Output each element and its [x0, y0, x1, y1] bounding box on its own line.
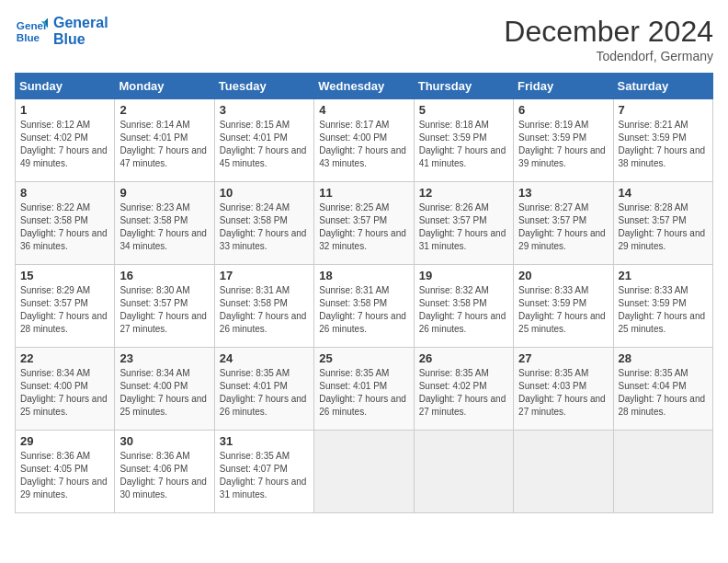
day-info: Sunrise: 8:32 AMSunset: 3:58 PMDaylight:…	[419, 284, 508, 336]
day-info: Sunrise: 8:21 AMSunset: 3:59 PMDaylight:…	[619, 119, 708, 170]
day-info: Sunrise: 8:35 AMSunset: 4:01 PMDaylight:…	[319, 367, 408, 419]
calendar-cell: 24Sunrise: 8:35 AMSunset: 4:01 PMDayligh…	[214, 348, 313, 431]
day-info: Sunrise: 8:19 AMSunset: 3:59 PMDaylight:…	[518, 119, 608, 170]
calendar-cell: 8Sunrise: 8:22 AMSunset: 3:58 PMDaylight…	[16, 182, 115, 265]
day-info: Sunrise: 8:35 AMSunset: 4:01 PMDaylight:…	[220, 367, 309, 419]
day-info: Sunrise: 8:34 AMSunset: 4:00 PMDaylight:…	[20, 367, 109, 419]
calendar-cell: 10Sunrise: 8:24 AMSunset: 3:58 PMDayligh…	[214, 182, 313, 265]
day-number: 16	[119, 269, 209, 282]
calendar-cell: 5Sunrise: 8:18 AMSunset: 3:59 PMDaylight…	[414, 99, 513, 182]
col-header-saturday: Saturday	[613, 74, 712, 99]
day-number: 6	[518, 103, 608, 117]
calendar-cell: 17Sunrise: 8:31 AMSunset: 3:58 PMDayligh…	[214, 265, 313, 348]
calendar-week-row: 1Sunrise: 8:12 AMSunset: 4:02 PMDaylight…	[16, 99, 713, 182]
col-header-monday: Monday	[115, 74, 214, 99]
day-number: 22	[20, 351, 109, 365]
calendar-cell: 15Sunrise: 8:29 AMSunset: 3:57 PMDayligh…	[16, 265, 115, 348]
calendar-week-row: 15Sunrise: 8:29 AMSunset: 3:57 PMDayligh…	[16, 265, 713, 348]
day-info: Sunrise: 8:12 AMSunset: 4:02 PMDaylight:…	[20, 119, 109, 170]
svg-text:General: General	[17, 19, 48, 31]
day-info: Sunrise: 8:27 AMSunset: 3:57 PMDaylight:…	[518, 201, 608, 253]
calendar-cell: 12Sunrise: 8:26 AMSunset: 3:57 PMDayligh…	[414, 182, 513, 265]
calendar-cell: 16Sunrise: 8:30 AMSunset: 3:57 PMDayligh…	[115, 265, 214, 348]
day-number: 13	[518, 186, 608, 200]
day-info: Sunrise: 8:14 AMSunset: 4:01 PMDaylight:…	[119, 119, 209, 170]
calendar-cell: 4Sunrise: 8:17 AMSunset: 4:00 PMDaylight…	[314, 99, 414, 182]
day-number: 31	[220, 434, 309, 448]
day-number: 21	[619, 269, 708, 282]
day-number: 10	[220, 186, 309, 200]
col-header-wednesday: Wednesday	[314, 74, 414, 99]
calendar-header-row: SundayMondayTuesdayWednesdayThursdayFrid…	[16, 74, 713, 99]
day-info: Sunrise: 8:28 AMSunset: 3:57 PMDaylight:…	[619, 201, 708, 253]
calendar-cell: 13Sunrise: 8:27 AMSunset: 3:57 PMDayligh…	[514, 182, 613, 265]
col-header-friday: Friday	[514, 74, 613, 99]
day-number: 3	[220, 103, 309, 117]
day-number: 24	[220, 351, 309, 365]
calendar-cell: 20Sunrise: 8:33 AMSunset: 3:59 PMDayligh…	[514, 265, 613, 348]
day-number: 29	[20, 434, 109, 448]
calendar-body: 1Sunrise: 8:12 AMSunset: 4:02 PMDaylight…	[16, 99, 713, 513]
calendar-cell: 19Sunrise: 8:32 AMSunset: 3:58 PMDayligh…	[414, 265, 513, 348]
day-number: 7	[619, 103, 708, 117]
day-info: Sunrise: 8:31 AMSunset: 3:58 PMDaylight:…	[220, 284, 309, 336]
day-info: Sunrise: 8:18 AMSunset: 3:59 PMDaylight:…	[419, 119, 508, 170]
day-info: Sunrise: 8:36 AMSunset: 4:05 PMDaylight:…	[20, 450, 109, 501]
day-number: 1	[20, 103, 109, 117]
day-number: 18	[319, 269, 408, 282]
day-number: 17	[220, 269, 309, 282]
location: Todendorf, Germany	[504, 49, 713, 63]
calendar-cell: 26Sunrise: 8:35 AMSunset: 4:02 PMDayligh…	[414, 348, 513, 431]
day-number: 11	[319, 186, 408, 200]
calendar-cell	[613, 431, 712, 513]
calendar-week-row: 8Sunrise: 8:22 AMSunset: 3:58 PMDaylight…	[16, 182, 713, 265]
day-info: Sunrise: 8:31 AMSunset: 3:58 PMDaylight:…	[319, 284, 408, 336]
day-number: 4	[319, 103, 408, 117]
calendar-week-row: 29Sunrise: 8:36 AMSunset: 4:05 PMDayligh…	[16, 431, 713, 513]
day-number: 27	[518, 351, 608, 365]
calendar-cell: 27Sunrise: 8:35 AMSunset: 4:03 PMDayligh…	[514, 348, 613, 431]
day-info: Sunrise: 8:35 AMSunset: 4:04 PMDaylight:…	[619, 367, 708, 419]
day-info: Sunrise: 8:33 AMSunset: 3:59 PMDaylight:…	[619, 284, 708, 336]
day-number: 30	[119, 434, 209, 448]
day-number: 12	[419, 186, 508, 200]
calendar-cell: 14Sunrise: 8:28 AMSunset: 3:57 PMDayligh…	[613, 182, 712, 265]
calendar-cell	[314, 431, 414, 513]
day-info: Sunrise: 8:33 AMSunset: 3:59 PMDaylight:…	[518, 284, 608, 336]
calendar-cell: 29Sunrise: 8:36 AMSunset: 4:05 PMDayligh…	[16, 431, 115, 513]
logo-line2: Blue	[53, 31, 108, 48]
day-info: Sunrise: 8:25 AMSunset: 3:57 PMDaylight:…	[319, 201, 408, 253]
day-number: 15	[20, 269, 109, 282]
calendar-cell: 3Sunrise: 8:15 AMSunset: 4:01 PMDaylight…	[214, 99, 313, 182]
day-info: Sunrise: 8:26 AMSunset: 3:57 PMDaylight:…	[419, 201, 508, 253]
day-info: Sunrise: 8:34 AMSunset: 4:00 PMDaylight:…	[119, 367, 209, 419]
day-info: Sunrise: 8:36 AMSunset: 4:06 PMDaylight:…	[119, 450, 209, 501]
calendar-table: SundayMondayTuesdayWednesdayThursdayFrid…	[15, 73, 713, 513]
day-info: Sunrise: 8:22 AMSunset: 3:58 PMDaylight:…	[20, 201, 109, 253]
day-info: Sunrise: 8:30 AMSunset: 3:57 PMDaylight:…	[119, 284, 209, 336]
calendar-cell: 7Sunrise: 8:21 AMSunset: 3:59 PMDaylight…	[613, 99, 712, 182]
calendar-cell	[514, 431, 613, 513]
day-info: Sunrise: 8:35 AMSunset: 4:02 PMDaylight:…	[419, 367, 508, 419]
calendar-cell: 9Sunrise: 8:23 AMSunset: 3:58 PMDaylight…	[115, 182, 214, 265]
day-number: 26	[419, 351, 508, 365]
day-info: Sunrise: 8:35 AMSunset: 4:07 PMDaylight:…	[220, 450, 309, 501]
month-title: December 2024	[504, 15, 713, 49]
day-info: Sunrise: 8:23 AMSunset: 3:58 PMDaylight:…	[119, 201, 209, 253]
calendar-cell: 6Sunrise: 8:19 AMSunset: 3:59 PMDaylight…	[514, 99, 613, 182]
day-number: 14	[619, 186, 708, 200]
logo-line1: General	[53, 15, 108, 31]
calendar-cell: 22Sunrise: 8:34 AMSunset: 4:00 PMDayligh…	[16, 348, 115, 431]
logo: General Blue General Blue	[15, 15, 108, 48]
page-header: General Blue General Blue December 2024 …	[15, 15, 713, 63]
calendar-cell	[414, 431, 513, 513]
calendar-cell: 23Sunrise: 8:34 AMSunset: 4:00 PMDayligh…	[115, 348, 214, 431]
day-number: 25	[319, 351, 408, 365]
day-number: 20	[518, 269, 608, 282]
day-info: Sunrise: 8:15 AMSunset: 4:01 PMDaylight:…	[220, 119, 309, 170]
svg-text:Blue: Blue	[17, 31, 40, 43]
day-number: 8	[20, 186, 109, 200]
title-block: December 2024 Todendorf, Germany	[504, 15, 713, 63]
day-info: Sunrise: 8:35 AMSunset: 4:03 PMDaylight:…	[518, 367, 608, 419]
calendar-cell: 21Sunrise: 8:33 AMSunset: 3:59 PMDayligh…	[613, 265, 712, 348]
